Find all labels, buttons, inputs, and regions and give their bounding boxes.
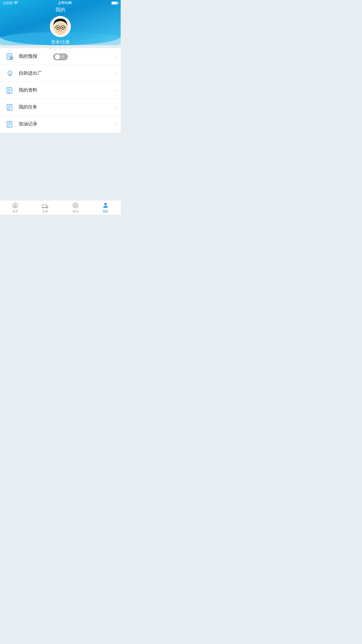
status-toggle[interactable]: 忙: [53, 53, 68, 60]
svg-point-14: [63, 27, 63, 27]
toggle-knob: [55, 54, 60, 60]
svg-point-43: [46, 207, 48, 208]
menu-label-profile: 我的资料: [19, 87, 115, 93]
chevron-tasks: ›: [115, 105, 116, 110]
tab-mine[interactable]: 我的: [91, 200, 121, 215]
menu-list: 我的预报 › ¥ 自助进出厂 ›: [0, 48, 121, 133]
tab-orders-label: 运单: [42, 209, 48, 214]
avatar[interactable]: [50, 16, 71, 37]
wifi-icon: [14, 1, 18, 5]
status-time: 上午3:05: [58, 1, 72, 6]
tab-home-label: 首页: [12, 209, 18, 214]
page-title: 我的: [55, 6, 65, 13]
chevron-fuel: ›: [115, 122, 116, 127]
status-left: 运营商: [3, 1, 18, 5]
status-right: [111, 1, 118, 5]
profile-icon-wrap: [5, 85, 15, 96]
menu-item-fuel[interactable]: 加油记录 ›: [0, 116, 121, 133]
factory-icon-wrap: ¥: [5, 68, 15, 79]
login-text[interactable]: 登录/注册: [51, 39, 70, 45]
menu-label-fuel: 加油记录: [19, 121, 115, 127]
svg-rect-41: [42, 205, 46, 207]
menu-item-tasks[interactable]: 我的任务 ›: [0, 99, 121, 116]
tab-mine-icon: [102, 202, 109, 209]
svg-point-47: [104, 203, 107, 205]
main-content: 我的预报 › ¥ 自助进出厂 ›: [0, 45, 121, 200]
svg-point-42: [43, 207, 44, 208]
tab-wallet-label: 钱包: [73, 209, 78, 214]
tasks-icon: [6, 104, 14, 111]
tab-home-icon: [12, 202, 19, 209]
tab-wallet-icon: [72, 202, 79, 209]
stars-row: ☆ ☆ ☆ ☆ ☆: [49, 46, 72, 51]
menu-item-profile[interactable]: 我的资料 ›: [0, 82, 121, 99]
svg-point-45: [73, 203, 78, 208]
tab-wallet[interactable]: 钱包: [60, 200, 91, 215]
status-bar: 运营商 上午3:05: [0, 0, 121, 6]
tab-bar: 首页 运单 钱包: [0, 200, 121, 215]
star-3: ☆: [59, 46, 62, 51]
profile-icon: [6, 87, 14, 94]
tasks-icon-wrap: [5, 102, 15, 113]
toggle-label: 忙: [61, 55, 65, 60]
tab-orders[interactable]: 运单: [30, 200, 61, 215]
menu-label-factory: 自助进出厂: [19, 70, 115, 76]
star-4: ☆: [64, 46, 67, 51]
chevron-profile: ›: [115, 88, 116, 93]
factory-icon: ¥: [6, 70, 14, 77]
battery-icon: [111, 1, 118, 5]
fuel-icon-wrap: [5, 119, 15, 130]
tab-orders-icon: [42, 202, 49, 209]
header-content: 我的: [0, 0, 121, 60]
tab-mine-label: 我的: [103, 209, 108, 214]
menu-label-tasks: 我的任务: [19, 104, 115, 110]
avatar-image: [50, 17, 70, 36]
fuel-icon: [6, 120, 14, 128]
svg-text:¥: ¥: [9, 72, 11, 75]
menu-item-factory[interactable]: ¥ 自助进出厂 ›: [0, 65, 121, 82]
star-2: ☆: [54, 46, 57, 51]
star-5: ☆: [68, 46, 72, 51]
chevron-factory: ›: [115, 71, 116, 76]
svg-point-13: [58, 27, 59, 27]
tab-home[interactable]: 首页: [0, 200, 30, 215]
carrier-text: 运营商: [3, 1, 13, 5]
star-1: ☆: [49, 46, 52, 51]
svg-rect-34: [7, 121, 12, 127]
